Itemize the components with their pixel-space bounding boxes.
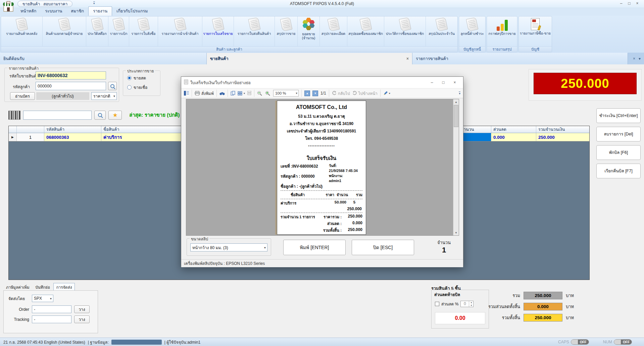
annotation-pen-button[interactable]: ▾ — [383, 91, 390, 96]
ribbon-button-products-by-supplier[interactable]: สินค้าแยกตามผู้จำหน่าย — [43, 16, 86, 46]
order-paste-button[interactable]: วาง — [74, 305, 90, 313]
ribbon-button-daily-cash[interactable]: สรุปเงินประจำวัน — [426, 16, 457, 46]
find-button[interactable] — [219, 91, 225, 95]
status-datetime-language: 21 ก.ย. 2568 07:45:43 English (United St… — [3, 339, 85, 345]
toolbar-overflow-icon[interactable]: ▾ — [459, 92, 460, 95]
sale-header-group: รายการขายสินค้า รหัสใบขายสินค้า INV-6800… — [4, 68, 119, 102]
scroll-up-icon[interactable]: ▲ — [453, 99, 459, 105]
print-button[interactable]: สั่งพิมพ์ — [195, 90, 214, 97]
slip-size-group: ขนาดสลิป หน้ากว้าง 80 มม. (3) — [187, 238, 271, 256]
ribbon-tab-reports[interactable]: รายงาน — [88, 6, 112, 16]
tabstrip-dropdown-icon[interactable]: ▾ — [639, 56, 641, 61]
hold-bill-button[interactable]: พักบิล [F6] — [596, 145, 641, 160]
ribbon-button-outstanding-debtors[interactable]: ลูกหนี้ค้างชำระ — [459, 16, 485, 46]
receipt-customer-code: รหัสลูกค้า : 000000 — [281, 173, 329, 183]
ribbon-tab-members[interactable]: สมาชิก — [66, 7, 88, 16]
dialog-close-esc-button[interactable]: ปิด [ESC] — [352, 240, 414, 255]
dialog-print-button[interactable]: พิมพ์ [ENTER] — [283, 240, 346, 255]
continuous-view-button[interactable] — [247, 91, 251, 96]
slip-size-select[interactable]: หน้ากว้าง 80 มม. (3) — [190, 243, 267, 251]
dialog-close-button[interactable]: × — [449, 78, 460, 87]
ribbon-button-purchase-orders[interactable]: รายการใบสั่งซื้อ — [129, 16, 158, 46]
dialog-maximize-button[interactable]: □ — [438, 78, 449, 87]
recall-bill-button[interactable]: เรียกคืนบิล [F7] — [596, 164, 641, 178]
close-button[interactable]: × — [633, 0, 641, 7]
page-layout-button[interactable]: ▾ — [238, 91, 245, 96]
currency-unit: บาท — [566, 314, 574, 321]
preview-toolbar: สั่งพิมพ์ ▾ 100 % ▲ ▼ 1/1 กลับไป ไปข้างห… — [181, 88, 463, 98]
back-button[interactable]: กลับไป — [332, 90, 350, 97]
col-discount[interactable]: ส่วนลด — [491, 126, 536, 133]
ribbon-group-receivables: ลูกหนี้ค้างชำระ บัญชีลูกหนี้ — [459, 16, 486, 52]
line-total-cell[interactable]: 250.000 — [536, 133, 589, 141]
ribbon-tab-system[interactable]: ระบบงาน — [41, 7, 66, 16]
ribbon-button-import-report[interactable]: รายงานการนำเข้าสินค้า — [158, 16, 202, 46]
receipt-tax-id: เลขประจำตัวผู้เสียภาษี 1340900180591 — [281, 128, 362, 134]
app-window: ขายสินค้า สอบถามราคา ▾ ATOMSOFT PXPOS V.… — [0, 0, 644, 346]
ribbon-button-sales-quantity[interactable]: ยอดขาย (จำนวน) — [298, 16, 320, 46]
zoom-out-button[interactable] — [257, 91, 263, 96]
tabstrip-close-icon[interactable]: × — [633, 56, 635, 61]
copy-icon — [231, 91, 235, 96]
previous-page-button[interactable]: ▲ — [304, 91, 310, 96]
tracking-input[interactable]: - — [32, 315, 71, 323]
continuous-pages-icon — [247, 91, 251, 96]
ribbon-button-withdraw-list[interactable]: รายการเบิก — [108, 16, 129, 46]
tracking-paste-button[interactable]: วาง — [74, 315, 90, 323]
dialog-minimize-button[interactable]: – — [426, 78, 438, 87]
summary-row-grand-total: รวมทั้งสิ้น 250.000 บาท — [466, 314, 574, 322]
carrier-select[interactable]: SPX — [32, 295, 53, 302]
minimize-button[interactable]: – — [617, 0, 625, 7]
zoom-in-button[interactable] — [265, 91, 271, 96]
product-code-cell[interactable]: 068000363 — [44, 133, 101, 141]
tab-sell-products[interactable]: ขายสินค้า× — [207, 53, 412, 64]
report-paper-icon — [359, 17, 372, 31]
ribbon-button-detail-summary[interactable]: สรุปรายละเอียด — [320, 16, 347, 46]
sale-type-credit-radio[interactable]: ขายเชื่อ — [127, 84, 147, 91]
maximize-button[interactable]: □ — [625, 0, 633, 7]
zoom-level-select[interactable]: 100 % — [273, 90, 299, 97]
ribbon-button-sales-graph[interactable]: กราฟสรุปีการขาย — [487, 16, 517, 46]
ribbon-button-stock-report[interactable]: รายงานสินค้าคงคลัง — [1, 16, 43, 46]
customer-code-input[interactable]: 000000 — [36, 82, 106, 90]
scrollbar-thumb[interactable] — [454, 105, 458, 127]
product-search-button[interactable] — [94, 111, 106, 120]
ribbon-tab-about[interactable]: เกี่ยวกับโปรแกรม — [112, 7, 152, 16]
ribbon-group-caption: รายงานสรุป — [487, 46, 517, 52]
barcode-input[interactable] — [23, 111, 92, 120]
pay-button[interactable]: ชำระเงิน [Ctrl+Enter] — [596, 108, 641, 123]
forward-button[interactable]: ไปข้างหน้า — [352, 90, 378, 97]
delete-item-button[interactable]: ลบรายการ [Del] — [596, 127, 641, 141]
tab-welcome[interactable]: ยินดีต้อนรับ — [0, 53, 207, 64]
price-type-select[interactable]: ราคาปกติ — [91, 92, 117, 100]
customer-search-button[interactable] — [108, 82, 117, 90]
ribbon-button-sale-receipts[interactable]: รายการใบเสร็จขาย — [202, 16, 234, 46]
document-map-button[interactable] — [184, 91, 189, 96]
ribbon-button-member-purchases[interactable]: สรุปยอดซื้อของสมาชิก — [347, 16, 384, 46]
col-row-number — [17, 126, 44, 133]
ribbon-button-return-notes[interactable]: รายการใบส่งคืนสินค้า — [234, 16, 275, 46]
ribbon-button-stock-history[interactable]: ประวัติสต๊อก — [86, 16, 108, 46]
col-line-total[interactable]: รวมจำนวนเงิน — [536, 126, 589, 133]
discount-cell[interactable]: 0.000 — [491, 133, 536, 141]
pen-icon — [383, 91, 388, 96]
col-product-code[interactable]: รหัสสินค้า — [44, 126, 101, 133]
copy-button[interactable] — [231, 91, 235, 96]
discount-checkbox[interactable] — [435, 302, 439, 306]
favorite-products-button[interactable]: ★ — [108, 111, 122, 120]
ribbon-tab-home[interactable]: หน้าหลัก — [16, 7, 41, 16]
printer-icon — [195, 91, 200, 96]
ribbon-button-tax-report[interactable]: รายงานภาษีซื้อ-ขาย — [519, 16, 552, 46]
sale-type-cash-radio[interactable]: ขายสด — [127, 75, 146, 81]
preview-scrollbar[interactable]: ▲ ▼ — [453, 99, 459, 235]
receipt-date: 21/9/2568 7:45:34 — [329, 169, 358, 173]
ribbon-button-member-history[interactable]: ประวัติการซื้อของสมาชิก — [384, 16, 426, 46]
next-page-button[interactable]: ▼ — [312, 91, 318, 96]
order-input[interactable]: - — [32, 305, 71, 313]
tab-close-icon[interactable]: × — [403, 56, 409, 61]
tab-sales-list[interactable]: รายการขายสินค้า — [412, 53, 628, 64]
read-card-button[interactable]: อ่านบัตร — [10, 92, 35, 100]
scroll-down-icon[interactable]: ▼ — [453, 230, 459, 235]
ribbon-button-sales-summary[interactable]: สรุปการขาย — [275, 16, 298, 46]
radio-selected-icon — [127, 76, 132, 80]
